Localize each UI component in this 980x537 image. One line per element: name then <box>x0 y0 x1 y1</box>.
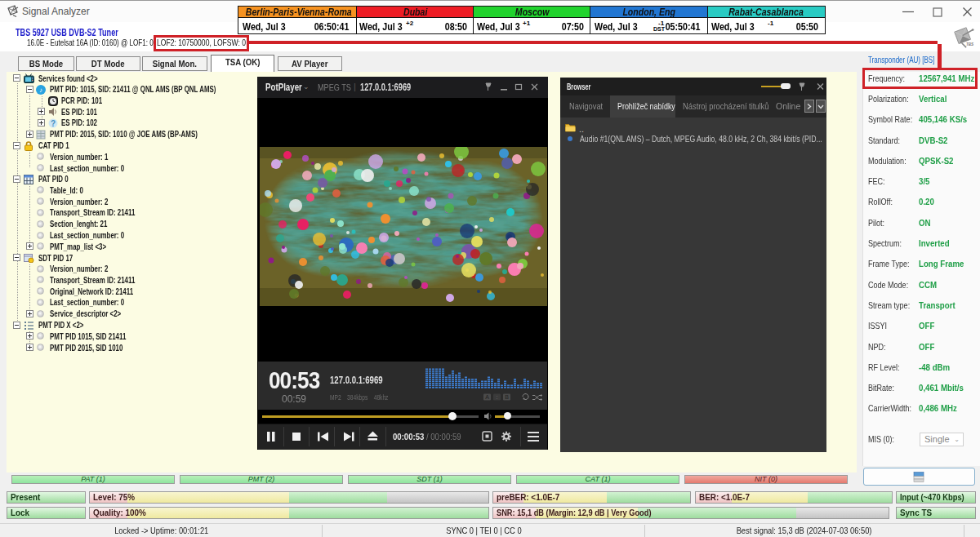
svg-text:TBS: TBS <box>966 42 973 47</box>
svg-text:♪: ♪ <box>39 87 42 94</box>
svg-text::: : <box>497 394 498 400</box>
svg-text:B: B <box>505 394 509 400</box>
svg-text:?: ? <box>50 119 55 128</box>
svg-text:A: A <box>485 394 489 400</box>
